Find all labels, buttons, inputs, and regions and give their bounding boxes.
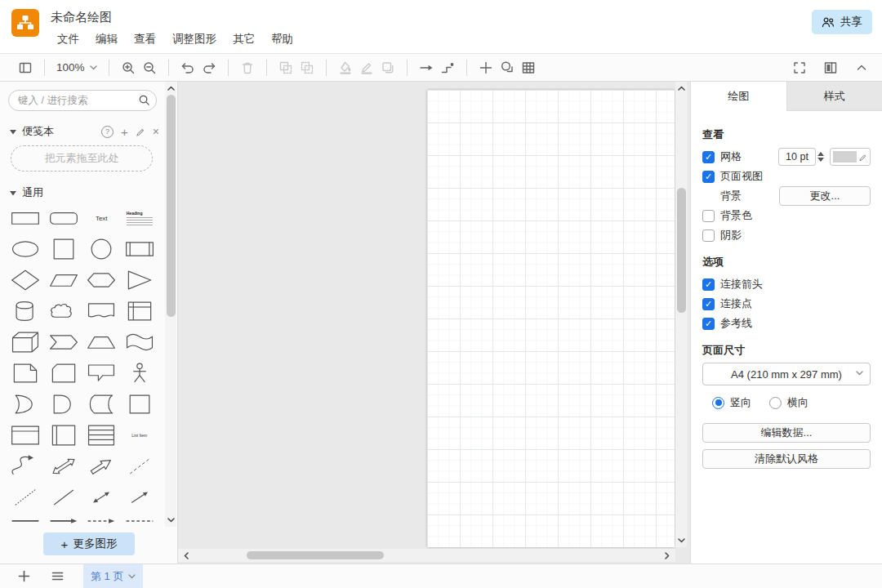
general-section-title[interactable]: 通用: [22, 185, 43, 200]
shape-step[interactable]: [46, 328, 82, 356]
shape-bidirectional-connector[interactable]: [83, 483, 119, 511]
shape-triangle[interactable]: [122, 266, 158, 294]
fullscreen-icon[interactable]: [789, 57, 810, 78]
page-size-select[interactable]: A4 (210 mm x 297 mm): [702, 363, 871, 385]
more-shapes-button[interactable]: + 更多图形: [43, 532, 135, 555]
shape-horizontal-arrow[interactable]: [46, 514, 82, 528]
connection-style-icon[interactable]: [416, 57, 437, 78]
landscape-radio[interactable]: [769, 397, 782, 409]
canvas-horizontal-scrollbar[interactable]: [178, 549, 675, 562]
undo-icon[interactable]: [177, 57, 198, 78]
insert-shape-icon[interactable]: [497, 57, 518, 78]
portrait-radio[interactable]: [712, 397, 724, 409]
waypoints-icon[interactable]: [437, 57, 458, 78]
shape-curve[interactable]: [7, 452, 43, 480]
shape-or[interactable]: [7, 390, 43, 418]
grid-checkbox[interactable]: [702, 151, 715, 163]
shape-titled-container[interactable]: [7, 421, 43, 449]
tab-style[interactable]: 样式: [787, 82, 882, 111]
scratchpad-help-icon[interactable]: ?: [101, 126, 114, 138]
shape-arrow[interactable]: [83, 452, 119, 480]
zoom-in-icon[interactable]: [118, 57, 139, 78]
canvas[interactable]: [178, 82, 690, 564]
shape-circle[interactable]: [83, 235, 119, 263]
menu-file[interactable]: 文件: [57, 32, 79, 47]
add-page-icon[interactable]: [18, 570, 30, 582]
shape-group[interactable]: [122, 390, 158, 418]
shape-vertical-container[interactable]: [46, 421, 82, 449]
shape-tape[interactable]: [122, 328, 158, 356]
redo-icon[interactable]: [198, 57, 220, 78]
shape-process[interactable]: [122, 235, 158, 263]
connection-points-checkbox[interactable]: [702, 298, 715, 310]
toggle-shapes-panel-icon[interactable]: [15, 57, 36, 78]
scroll-down-icon[interactable]: [165, 515, 176, 525]
scratchpad-edit-icon[interactable]: [136, 127, 145, 136]
shape-trapezoid[interactable]: [83, 328, 119, 356]
shape-data-storage[interactable]: [83, 390, 119, 418]
shape-rectangle[interactable]: [7, 204, 43, 232]
shape-dotted-line[interactable]: [7, 483, 43, 511]
horizontal-scroll-thumb[interactable]: [247, 551, 384, 559]
sidebar-scrollbar[interactable]: [165, 82, 176, 527]
shape-elbow-link[interactable]: [122, 514, 158, 528]
shape-directional-connector[interactable]: [122, 483, 158, 511]
grid-size-stepper[interactable]: [817, 152, 824, 162]
collapse-triangle-icon[interactable]: [10, 190, 16, 196]
shape-actor[interactable]: [122, 359, 158, 387]
edit-data-button[interactable]: 编辑数据...: [702, 423, 871, 443]
shape-note[interactable]: [7, 359, 43, 387]
guides-checkbox[interactable]: [702, 318, 715, 330]
drawing-page[interactable]: [427, 90, 675, 547]
drawio-logo[interactable]: [11, 9, 39, 37]
shape-cloud[interactable]: [46, 297, 82, 325]
sidebar-scroll-thumb[interactable]: [167, 95, 176, 317]
insert-icon[interactable]: [475, 57, 497, 78]
menu-edit[interactable]: 编辑: [96, 32, 118, 47]
scroll-up-icon[interactable]: [675, 83, 687, 93]
grid-color-swatch[interactable]: [830, 148, 871, 166]
shape-hexagon[interactable]: [83, 266, 119, 294]
scratchpad-title[interactable]: 便笺本: [22, 124, 54, 139]
collapse-toolbar-icon[interactable]: [851, 57, 872, 78]
background-color-checkbox[interactable]: [702, 210, 715, 222]
shape-square[interactable]: [46, 235, 82, 263]
shadow-checkbox[interactable]: [702, 229, 715, 242]
toggle-format-panel-icon[interactable]: [820, 57, 841, 78]
shape-textbox[interactable]: Heading: [122, 204, 158, 232]
share-button[interactable]: 共享: [812, 10, 872, 34]
shape-ellipse[interactable]: [7, 235, 43, 263]
shape-parallelogram[interactable]: [46, 266, 82, 294]
grid-size-input[interactable]: [778, 148, 816, 166]
menu-help[interactable]: 帮助: [271, 32, 293, 47]
scroll-up-icon[interactable]: [165, 83, 176, 93]
shape-line[interactable]: [46, 483, 82, 511]
shape-card[interactable]: [46, 359, 82, 387]
page-view-checkbox[interactable]: [702, 171, 715, 183]
menu-arrange[interactable]: 调整图形: [172, 32, 216, 47]
scroll-left-icon[interactable]: [180, 549, 193, 562]
pages-menu-icon[interactable]: [51, 570, 64, 582]
zoom-out-icon[interactable]: [139, 57, 160, 78]
clear-default-style-button[interactable]: 清除默认风格: [702, 449, 871, 469]
tab-diagram[interactable]: 绘图: [691, 82, 787, 111]
menu-view[interactable]: 查看: [134, 32, 156, 47]
shape-text[interactable]: Text: [83, 204, 119, 232]
scratchpad-add-icon[interactable]: +: [121, 126, 128, 138]
shape-list-item[interactable]: List Item: [122, 421, 158, 449]
shape-cube[interactable]: [7, 328, 43, 356]
shape-dashed-line[interactable]: [122, 452, 158, 480]
shape-bidirectional-arrow[interactable]: [46, 452, 82, 480]
shape-horizontal-line[interactable]: [7, 514, 43, 528]
shape-document[interactable]: [83, 297, 119, 325]
scroll-down-icon[interactable]: [675, 536, 687, 546]
collapse-triangle-icon[interactable]: [10, 129, 16, 135]
menu-extras[interactable]: 其它: [233, 32, 255, 47]
shape-search-input[interactable]: [8, 90, 157, 111]
insert-table-icon[interactable]: [518, 57, 539, 78]
connection-arrows-checkbox[interactable]: [702, 278, 715, 291]
document-title[interactable]: 未命名绘图: [51, 10, 112, 25]
change-background-button[interactable]: 更改...: [779, 186, 871, 206]
shape-internal-storage[interactable]: [122, 297, 158, 325]
page-tab[interactable]: 第 1 页: [83, 564, 143, 588]
